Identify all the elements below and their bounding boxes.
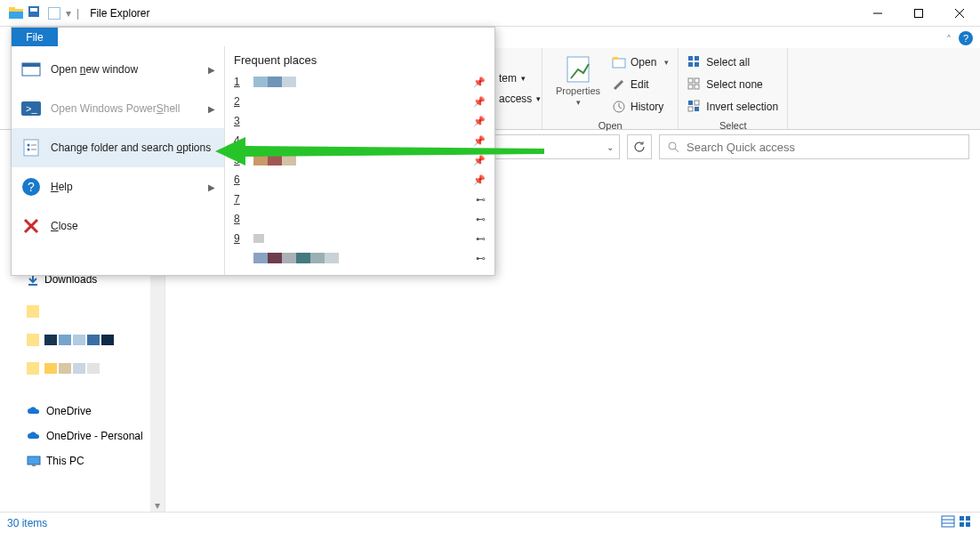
pin-icon[interactable]: 📌 (473, 174, 486, 186)
svg-rect-29 (695, 107, 699, 111)
file-menu-label: Open Windows PowerShell (51, 102, 180, 115)
svg-rect-38 (960, 516, 964, 521)
new-item-fragment[interactable]: tem ▾ (499, 69, 526, 89)
file-change-folder-options[interactable]: Change folder and search options (12, 128, 224, 167)
refresh-button[interactable] (627, 134, 652, 159)
file-open-new-window[interactable]: Open new window ▶ (12, 50, 224, 89)
frequent-place[interactable]: 1📌 (234, 72, 486, 92)
file-menu-label: Change folder and search options (51, 141, 211, 154)
maximize-button[interactable] (898, 0, 939, 27)
invert-selection-button[interactable]: Invert selection (687, 96, 778, 117)
select-all-button[interactable]: Select all (687, 52, 778, 72)
qat-dropdown-icon[interactable]: ▾ (66, 7, 71, 20)
ribbon-content: tem ▾ access ▾ Properties ▾ Open ▾ Edit … (494, 27, 980, 129)
nav-item-this-pc[interactable]: This PC (0, 452, 165, 470)
close-button[interactable] (939, 0, 980, 27)
folder-icon (27, 305, 39, 318)
properties-button[interactable]: Properties ▾ (551, 52, 605, 107)
svg-rect-20 (688, 62, 693, 67)
pin-icon[interactable]: 📌 (473, 116, 486, 127)
nav-item-folder-2[interactable] (0, 331, 165, 349)
nav-item-label: OneDrive (46, 405, 92, 417)
svg-rect-26 (688, 101, 693, 105)
properties-icon (564, 55, 592, 84)
edit-icon (612, 77, 626, 92)
pixel-blur (44, 335, 114, 345)
save-icon[interactable] (28, 6, 43, 20)
qat-button[interactable] (48, 7, 60, 20)
file-open-powershell[interactable]: >_ Open Windows PowerShell ▶ (12, 89, 224, 128)
svg-rect-35 (942, 516, 954, 527)
submenu-arrow-icon: ▶ (208, 65, 215, 75)
unpin-icon[interactable]: ⊷ (476, 253, 486, 264)
svg-point-30 (669, 142, 676, 149)
ribbon-group-select: Select all Select none Invert selection … (679, 48, 788, 129)
frequent-place-more[interactable]: ⊷ (234, 248, 486, 268)
pixel-blur (253, 77, 296, 87)
view-large-button[interactable] (959, 515, 973, 530)
svg-point-48 (28, 149, 30, 151)
file-menu-label: Close (51, 220, 78, 232)
svg-rect-41 (966, 522, 970, 527)
select-none-button[interactable]: Select none (687, 74, 778, 94)
svg-rect-18 (688, 56, 693, 61)
pixel-blur (253, 253, 339, 263)
open-icon (612, 55, 626, 69)
frequent-place[interactable]: 8⊷ (234, 209, 486, 229)
history-button[interactable]: History (612, 96, 669, 117)
pin-icon[interactable]: 📌 (473, 77, 486, 88)
select-none-icon (687, 77, 702, 92)
svg-text:>_: >_ (26, 103, 37, 114)
svg-line-17 (619, 107, 622, 109)
invert-selection-icon (687, 100, 702, 114)
nav-item-folder-1[interactable] (0, 303, 165, 320)
svg-text:?: ? (28, 180, 35, 194)
folder-icon (27, 334, 39, 346)
svg-rect-33 (28, 456, 40, 464)
cloud-icon (27, 407, 41, 416)
minimize-button[interactable] (857, 0, 898, 27)
file-close[interactable]: Close (12, 206, 224, 246)
system-buttons (857, 0, 980, 27)
file-help[interactable]: ? Help ▶ (12, 167, 224, 206)
view-details-button[interactable] (941, 515, 955, 530)
pin-icon[interactable]: 📌 (473, 96, 486, 108)
svg-rect-13 (613, 57, 618, 60)
frequent-place[interactable]: 7⊷ (234, 190, 486, 209)
explorer-icon (9, 6, 23, 20)
file-tab[interactable]: File (12, 28, 58, 46)
frequent-place[interactable]: 9⊷ (234, 229, 486, 248)
folder-options-icon (20, 139, 42, 157)
search-icon (667, 141, 679, 153)
svg-rect-19 (695, 56, 699, 61)
ribbon-group-partial: tem ▾ access ▾ (494, 48, 542, 129)
address-dropdown-icon[interactable]: ⌄ (606, 142, 614, 152)
edit-button[interactable]: Edit (612, 74, 669, 94)
unpin-icon[interactable]: ⊷ (476, 194, 486, 206)
nav-item-label: This PC (46, 455, 84, 467)
nav-item-folder-3[interactable] (0, 359, 165, 377)
frequent-place[interactable]: 3📌 (234, 111, 486, 131)
svg-rect-23 (695, 78, 699, 83)
close-icon (20, 217, 42, 235)
svg-rect-21 (695, 62, 699, 67)
unpin-icon[interactable]: ⊷ (476, 233, 486, 245)
search-input[interactable] (687, 141, 961, 154)
svg-rect-24 (688, 85, 693, 89)
search-box[interactable] (659, 134, 969, 159)
svg-rect-39 (966, 516, 970, 521)
window-title: File Explorer (90, 7, 149, 20)
cloud-icon (27, 432, 41, 440)
open-button[interactable]: Open ▾ (612, 52, 669, 72)
refresh-icon (633, 141, 646, 153)
frequent-place[interactable]: 6📌 (234, 170, 486, 190)
frequent-place[interactable]: 2📌 (234, 92, 486, 111)
svg-rect-28 (688, 107, 693, 111)
easy-access-fragment[interactable]: access ▾ (499, 89, 541, 109)
nav-item-onedrive-personal[interactable]: OneDrive - Personal (0, 427, 165, 445)
titlebar: ▾ | File Explorer (0, 0, 980, 27)
folder-icon (27, 362, 39, 375)
svg-rect-43 (22, 63, 40, 67)
unpin-icon[interactable]: ⊷ (476, 214, 486, 225)
nav-item-onedrive[interactable]: OneDrive (0, 402, 165, 420)
